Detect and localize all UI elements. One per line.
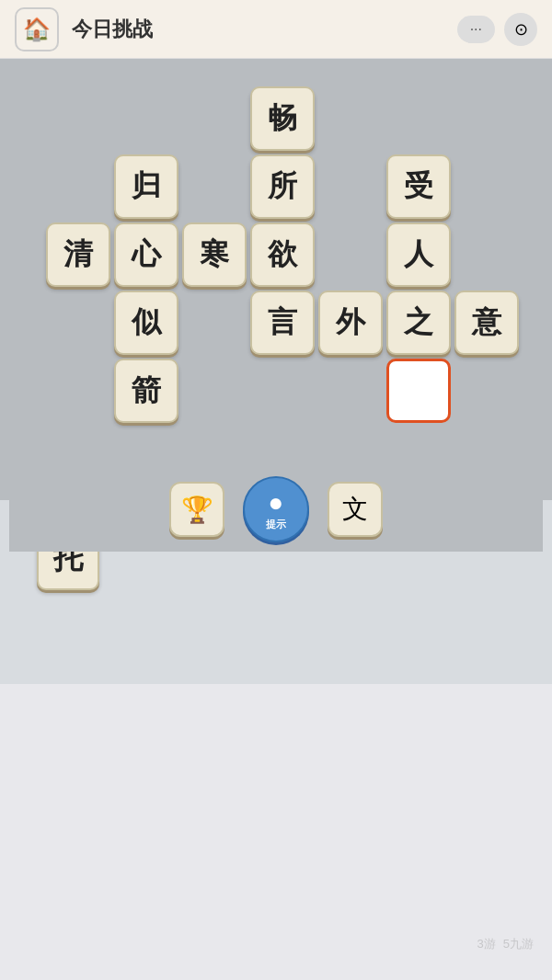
header: 🏠 今日挑战 ··· ⊙ xyxy=(0,0,552,59)
tile-char-shou: 受 xyxy=(404,166,433,207)
tile-char-wai: 外 xyxy=(336,302,365,343)
tile-char-suo: 所 xyxy=(268,166,297,207)
tile-qing[interactable]: 清 xyxy=(46,222,110,287)
tile-char-chang: 畅 xyxy=(268,98,297,139)
trophy-icon: 🏆 xyxy=(181,495,213,525)
header-actions: ··· ⊙ xyxy=(457,13,537,46)
tile-char-qing: 清 xyxy=(63,234,93,275)
tile-suo[interactable]: 所 xyxy=(250,154,315,219)
tile-chang[interactable]: 畅 xyxy=(250,86,315,151)
tile-char-si: 似 xyxy=(132,302,161,343)
tile-yan[interactable]: 言 xyxy=(250,291,315,355)
tile-yi[interactable]: 意 xyxy=(454,291,519,355)
tile-wai[interactable]: 外 xyxy=(318,291,383,355)
trophy-button[interactable]: 🏆 xyxy=(169,482,224,537)
tile-char-zhi: 之 xyxy=(404,302,433,343)
tile-char-ren: 人 xyxy=(404,234,433,275)
hint-label: 提示 xyxy=(266,518,286,531)
tile-gui[interactable]: 归 xyxy=(114,154,178,219)
camera-icon: ⊙ xyxy=(514,19,528,40)
tile-yu[interactable]: 欲 xyxy=(250,222,315,287)
game-area: 畅归所受清心寒欲人似言外之意箭 🏆 ● 提示 文 xyxy=(0,59,552,500)
home-icon: 🏠 xyxy=(23,17,51,42)
toolbar: 🏆 ● 提示 文 xyxy=(9,463,543,552)
tile-si[interactable]: 似 xyxy=(114,291,178,355)
tile-zhi[interactable]: 之 xyxy=(386,291,451,355)
tile-han[interactable]: 寒 xyxy=(182,222,247,287)
tile-xin[interactable]: 心 xyxy=(114,222,178,287)
tile-empty[interactable] xyxy=(386,359,451,423)
page-title: 今日挑战 xyxy=(72,16,153,43)
watermark-2: 5九游 xyxy=(503,936,534,952)
watermark-1: 3游 xyxy=(477,936,496,952)
more-options-button[interactable]: ··· xyxy=(457,16,495,43)
tile-char-xin: 心 xyxy=(132,234,161,275)
tile-char-han: 寒 xyxy=(200,234,229,275)
translate-icon: 文 xyxy=(342,492,368,527)
tile-shou[interactable]: 受 xyxy=(386,154,451,219)
tile-ren[interactable]: 人 xyxy=(386,222,451,287)
tile-char-gui: 归 xyxy=(132,166,161,207)
tile-char-jian: 箭 xyxy=(132,370,161,411)
translate-button[interactable]: 文 xyxy=(328,482,383,537)
home-button[interactable]: 🏠 xyxy=(15,7,59,51)
camera-button[interactable]: ⊙ xyxy=(504,13,537,46)
grid-container: 畅归所受清心寒欲人似言外之意箭 xyxy=(37,77,515,463)
hint-button[interactable]: ● 提示 xyxy=(243,476,309,542)
tile-jian[interactable]: 箭 xyxy=(114,359,178,423)
tile-char-yi: 意 xyxy=(472,302,501,343)
tile-char-yan: 言 xyxy=(268,302,297,343)
hint-circle-icon: ● xyxy=(269,488,284,518)
tile-char-yu: 欲 xyxy=(268,234,297,275)
